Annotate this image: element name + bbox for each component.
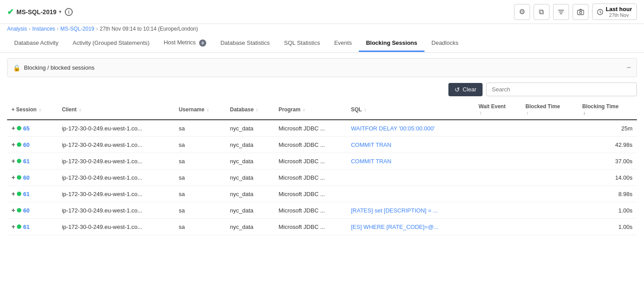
- clock-icon: [597, 9, 603, 15]
- sort-icon-program: ↕: [303, 107, 305, 112]
- col-blocked-time[interactable]: Blocked Time ↕: [521, 100, 578, 120]
- cell-blocked-time: [521, 153, 578, 169]
- copy-button[interactable]: ⧉: [534, 4, 550, 20]
- sql-link[interactable]: COMMIT TRAN: [351, 142, 391, 148]
- tab-events[interactable]: Events: [327, 35, 359, 52]
- sort-icon-wait-event: ↕: [479, 110, 482, 115]
- expand-button[interactable]: +: [12, 141, 15, 148]
- cell-session: + 61: [7, 186, 57, 202]
- info-icon[interactable]: i: [65, 8, 73, 16]
- cell-wait-event: [474, 202, 521, 219]
- sql-link[interactable]: [RATES] set [DESCRIPTION] = ...: [351, 207, 438, 214]
- cell-session: + 60: [7, 202, 57, 219]
- table-row: + 60 ip-172-30-0-249.eu-west-1.co...sany…: [7, 137, 637, 153]
- col-wait-event[interactable]: Wait Event ↕: [474, 100, 521, 120]
- table-row: + 65 ip-172-30-0-249.eu-west-1.co...sany…: [7, 120, 637, 137]
- session-id[interactable]: 61: [23, 224, 29, 230]
- breadcrumb-analysis[interactable]: Analysis: [7, 26, 27, 32]
- nav-tabs: Database Activity Activity (Grouped Stat…: [0, 35, 644, 53]
- filter-button[interactable]: [553, 4, 569, 20]
- cell-program: Microsoft JDBC ...: [274, 137, 346, 153]
- instance-selector[interactable]: ✔ MS-SQL-2019 ▾: [7, 7, 61, 17]
- col-username[interactable]: Username ↕: [174, 100, 226, 120]
- expand-button[interactable]: +: [12, 157, 15, 165]
- cell-blocking-time: 8.98s: [578, 186, 637, 202]
- cell-wait-event: [474, 219, 521, 235]
- session-id[interactable]: 60: [23, 174, 29, 181]
- col-blocking-time[interactable]: Blocking Time ↓: [578, 100, 637, 120]
- col-sql[interactable]: SQL ↕: [346, 100, 474, 120]
- session-id[interactable]: 65: [23, 125, 29, 132]
- expand-button[interactable]: +: [12, 223, 15, 230]
- tab-database-activity[interactable]: Database Activity: [7, 35, 66, 52]
- session-id[interactable]: 61: [23, 158, 29, 165]
- sort-icon-sql: ↕: [364, 107, 366, 112]
- table-row: + 61 ip-172-30-0-249.eu-west-1.co...sany…: [7, 219, 637, 235]
- sql-link[interactable]: COMMIT TRAN: [351, 158, 391, 165]
- breadcrumb-instance[interactable]: MS-SQL-2019: [60, 26, 94, 32]
- expand-button[interactable]: +: [12, 174, 15, 181]
- sql-link[interactable]: [ES] WHERE [RATE_CODE]=@...: [351, 224, 439, 230]
- sort-icon-database: ↕: [256, 107, 258, 112]
- cell-sql: [ES] WHERE [RATE_CODE]=@...: [346, 219, 474, 235]
- svg-point-1: [579, 11, 581, 13]
- top-bar-left: ✔ MS-SQL-2019 ▾ i: [7, 7, 73, 17]
- cell-blocking-time: 37.00s: [578, 153, 637, 169]
- tab-blocking-sessions[interactable]: Blocking Sessions: [359, 35, 424, 52]
- cell-client: ip-172-30-0-249.eu-west-1.co...: [57, 120, 174, 137]
- clear-button[interactable]: ↺ Clear: [448, 83, 483, 96]
- session-id[interactable]: 60: [23, 207, 29, 214]
- time-range-button[interactable]: Last hour 27th Nov: [592, 4, 637, 20]
- col-session[interactable]: + Session ↕: [7, 100, 57, 120]
- tab-sql-statistics[interactable]: SQL Statistics: [277, 35, 327, 52]
- instance-name: MS-SQL-2019: [16, 8, 56, 16]
- tab-host-metrics[interactable]: Host Metrics 0: [157, 35, 213, 52]
- cell-username: sa: [174, 169, 226, 186]
- cell-session: + 60: [7, 169, 57, 186]
- status-dot: [17, 175, 21, 180]
- expand-button[interactable]: +: [12, 190, 15, 197]
- tab-deadlocks[interactable]: Deadlocks: [424, 35, 466, 52]
- cell-blocked-time: [521, 120, 578, 137]
- breadcrumb-sep-3: ›: [96, 26, 98, 32]
- section-header[interactable]: 🔒 Blocking / blocked sessions −: [7, 58, 637, 77]
- filter-icon: [558, 8, 565, 16]
- col-client[interactable]: Client ↕: [57, 100, 174, 120]
- table-row: + 60 ip-172-30-0-249.eu-west-1.co...sany…: [7, 169, 637, 186]
- search-input[interactable]: [486, 83, 637, 96]
- session-id[interactable]: 60: [23, 142, 29, 148]
- cell-blocked-time: [521, 169, 578, 186]
- time-label: Last hour: [606, 6, 632, 12]
- col-database[interactable]: Database ↕: [225, 100, 274, 120]
- cell-session: + 65: [7, 120, 57, 137]
- table-header-row: + Session ↕ Client ↕ Username ↕ Database…: [7, 100, 637, 120]
- svg-rect-0: [577, 10, 584, 15]
- tab-database-statistics[interactable]: Database Statistics: [213, 35, 277, 52]
- cell-program: Microsoft JDBC ...: [274, 202, 346, 219]
- status-dot: [17, 208, 21, 212]
- settings-button[interactable]: ⚙: [514, 4, 530, 20]
- cell-database: nyc_data: [225, 219, 274, 235]
- camera-icon: [577, 8, 584, 16]
- tab-activity-grouped[interactable]: Activity (Grouped Statements): [66, 35, 157, 52]
- cell-wait-event: [474, 186, 521, 202]
- sql-link[interactable]: WAITFOR DELAY '00:05:00.000': [351, 125, 435, 132]
- col-program[interactable]: Program ↕: [274, 100, 346, 120]
- breadcrumb-instances[interactable]: Instances: [32, 26, 55, 32]
- camera-button[interactable]: [573, 4, 589, 20]
- cell-blocking-time: 25m: [578, 120, 637, 137]
- status-dot: [17, 159, 21, 163]
- collapse-button[interactable]: −: [626, 63, 631, 72]
- status-dot: [17, 142, 21, 147]
- cell-username: sa: [174, 219, 226, 235]
- sort-icon-blocking-time: ↓: [583, 110, 585, 115]
- session-id[interactable]: 61: [23, 191, 29, 197]
- table-row: + 60 ip-172-30-0-249.eu-west-1.co...sany…: [7, 202, 637, 219]
- shield-icon: ✔: [7, 7, 14, 17]
- table-row: + 61 ip-172-30-0-249.eu-west-1.co...sany…: [7, 153, 637, 169]
- cell-program: Microsoft JDBC ...: [274, 153, 346, 169]
- cell-sql: COMMIT TRAN: [346, 137, 474, 153]
- expand-button[interactable]: +: [12, 125, 15, 132]
- cell-blocked-time: [521, 219, 578, 235]
- expand-button[interactable]: +: [12, 207, 15, 214]
